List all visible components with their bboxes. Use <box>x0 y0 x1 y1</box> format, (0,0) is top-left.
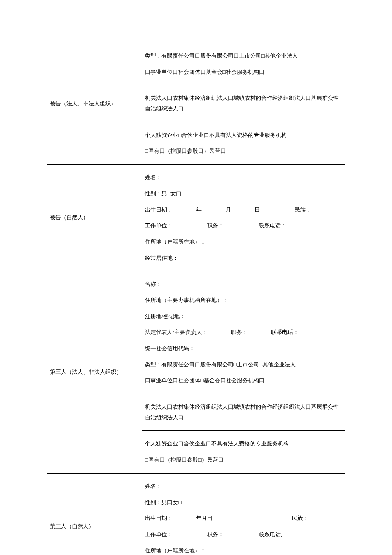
form-table: 被告（法人、非法人组织） 类型：有限责任公司口股份有限公司口上市公司□其他企业法… <box>47 43 345 555</box>
row-third-person: 第三人（自然人） 姓名： 性别：男口女□ 出生日期： 年月日 民族： 工作单位：… <box>47 473 345 555</box>
cell-defendant-org-type1: 类型：有限责任公司口股份有限公司口上市公司□其他企业法人 口事业单位口社会团体口… <box>142 43 345 85</box>
cell-third-org-type3: 个人独资企业口合伙企业口不具有法人费格的专业服务机构 □国有口（控股口参股□）民… <box>142 431 345 473</box>
cell-third-org-main: 名称： 住所地（主要办事机构所在地）： 注册地/登记地： 法定代表人/主要负责人… <box>142 271 345 394</box>
label-third-org: 第三人（法人、非法人组织） <box>47 271 142 474</box>
cell-defendant-org-type3: 个人独资企业□合伙企业口不具有法人资格的专业服务机构 □国有口（控股口参股口）民… <box>142 122 345 164</box>
row-defendant-person: 被告（自然人） 姓名： 性别：男□女口 出生日期： 年 月 日 民族： 工作单位… <box>47 165 345 271</box>
cell-defendant-person: 姓名： 性别：男□女口 出生日期： 年 月 日 民族： 工作单位： 职务： 联系… <box>142 165 345 271</box>
cell-third-org-type2: 机关法人口农村集体经济组织法人口城镇农村的合作经济组织法人口基层群众性自治组织法… <box>142 394 345 431</box>
cell-defendant-org-type2: 机关法人口农村集体经济组织法人口城镇农村的合作经济组织法人口基层群众性自治组织法… <box>142 85 345 122</box>
label-third-person: 第三人（自然人） <box>47 473 142 555</box>
cell-third-person: 姓名： 性别：男口女□ 出生日期： 年月日 民族： 工作单位： 职务： 联系电话… <box>142 473 345 555</box>
label-defendant-person: 被告（自然人） <box>47 165 142 271</box>
row-defendant-org-1: 被告（法人、非法人组织） 类型：有限责任公司口股份有限公司口上市公司□其他企业法… <box>47 43 345 85</box>
row-third-org-1: 第三人（法人、非法人组织） 名称： 住所地（主要办事机构所在地）： 注册地/登记… <box>47 271 345 394</box>
label-defendant-org: 被告（法人、非法人组织） <box>47 43 142 165</box>
